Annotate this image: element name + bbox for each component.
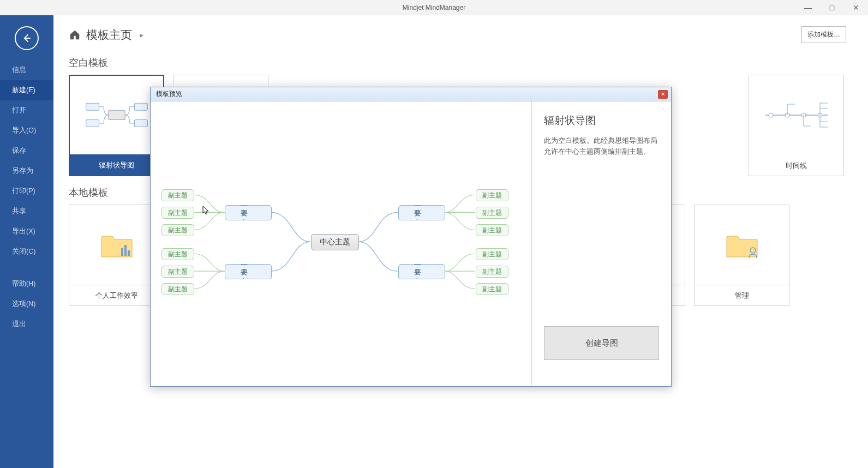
sidebar-item-save[interactable]: 保存 (0, 141, 53, 161)
dialog-close-button[interactable]: ✕ (658, 90, 668, 99)
window-controls: — □ ✕ (796, 0, 868, 15)
home-icon (69, 29, 81, 41)
folder-chart-icon (99, 230, 134, 260)
mindmap-main-node: 主要主题 (398, 264, 445, 279)
mindmap-sub-node: 副主题 (161, 224, 194, 236)
svg-point-8 (769, 113, 773, 117)
window-titlebar: Mindjet MindManager — □ ✕ (0, 0, 868, 15)
sidebar-item-new[interactable]: 新建(E) (0, 80, 53, 100)
minimize-button[interactable]: — (796, 0, 820, 15)
sidebar-item-info[interactable]: 信息 (0, 60, 53, 80)
svg-rect-4 (134, 120, 147, 127)
window-title: Mindjet MindManager (403, 4, 465, 11)
dialog-title: 模板预览 (156, 89, 182, 99)
mindmap-main-node: 主要主题 (225, 264, 272, 279)
dialog-description: 此为空白模板。此经典思维导图布局允许在中心主题两侧编排副主题。 (544, 135, 659, 157)
create-map-button[interactable]: 创建导图 (544, 326, 659, 360)
dialog-heading: 辐射状导图 (544, 113, 659, 128)
timeline-thumb-icon (761, 93, 832, 137)
template-card-timeline[interactable]: 时间线 (749, 75, 844, 176)
breadcrumb: 模板主页 ▸ (69, 27, 143, 43)
arrow-left-icon (21, 33, 32, 44)
maximize-button[interactable]: □ (820, 0, 844, 15)
svg-rect-0 (108, 110, 124, 119)
close-icon: ✕ (661, 91, 665, 97)
mindmap-sub-node: 副主题 (161, 266, 194, 278)
section-title-blank: 空白模板 (69, 56, 846, 69)
breadcrumb-title: 模板主页 (86, 27, 132, 43)
sidebar-item-saveas[interactable]: 另存为 (0, 161, 53, 181)
sidebar-item-export[interactable]: 导出(X) (0, 221, 53, 242)
template-preview-canvas: 中心主题 主要主题 主要主题 主要主题 主要主题 副主题 副主题 副主题 副主题… (151, 101, 532, 386)
mindmap-main-node: 主要主题 (398, 205, 445, 220)
template-card-label: 辐射状导图 (70, 154, 163, 175)
back-button[interactable] (15, 26, 39, 50)
mindmap-center-node: 中心主题 (311, 234, 359, 250)
sidebar-item-close[interactable]: 关闭(C) (0, 242, 53, 262)
sidebar-item-open[interactable]: 打开 (0, 100, 53, 121)
radial-thumb-icon (81, 94, 152, 136)
dialog-side-panel: 辐射状导图 此为空白模板。此经典思维导图布局允许在中心主题两侧编排副主题。 创建… (532, 101, 671, 386)
close-window-button[interactable]: ✕ (844, 0, 868, 15)
backstage-sidebar: 信息 新建(E) 打开 导入(O) 保存 另存为 打印(P) 共享 导出(X) … (0, 15, 53, 468)
svg-rect-23 (124, 245, 127, 256)
sidebar-item-help[interactable]: 帮助(H) (0, 274, 53, 294)
sidebar-item-options[interactable]: 选项(N) (0, 294, 53, 314)
svg-rect-24 (128, 250, 130, 256)
folder-label: 管理 (695, 285, 789, 305)
template-card-label: 时间线 (749, 155, 843, 176)
template-preview-dialog: 模板预览 ✕ (150, 87, 672, 387)
sidebar-item-share[interactable]: 共享 (0, 201, 53, 221)
mindmap-sub-node: 副主题 (161, 207, 194, 219)
dialog-titlebar: 模板预览 ✕ (151, 87, 671, 101)
mindmap-sub-node: 副主题 (161, 283, 194, 295)
svg-rect-1 (86, 103, 99, 110)
mindmap-main-node: 主要主题 (225, 205, 272, 220)
add-template-button[interactable]: 添加模板… (801, 26, 846, 43)
svg-rect-2 (86, 120, 99, 127)
sidebar-item-exit[interactable]: 退出 (0, 314, 53, 334)
folder-card-management[interactable]: 管理 (694, 205, 789, 306)
svg-rect-22 (121, 248, 123, 256)
mindmap-sub-node: 副主题 (476, 283, 508, 295)
mindmap-sub-node: 副主题 (161, 189, 194, 201)
svg-rect-3 (134, 103, 147, 110)
folder-person-icon (725, 230, 759, 260)
mindmap-sub-node: 副主题 (161, 248, 194, 260)
sidebar-item-print[interactable]: 打印(P) (0, 181, 53, 201)
sidebar-item-import[interactable]: 导入(O) (0, 121, 53, 141)
mindmap-sub-node: 副主题 (476, 248, 508, 260)
mindmap-sub-node: 副主题 (476, 207, 508, 219)
mindmap-sub-node: 副主题 (476, 224, 508, 236)
chevron-right-icon: ▸ (140, 31, 143, 39)
mindmap-sub-node: 副主题 (476, 189, 508, 201)
mindmap-sub-node: 副主题 (476, 266, 508, 278)
